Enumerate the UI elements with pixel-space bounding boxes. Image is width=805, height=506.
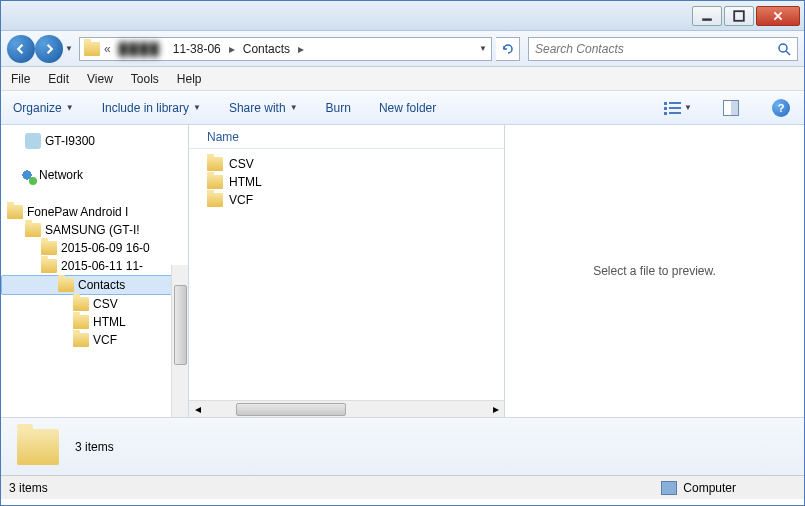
list-item[interactable]: HTML	[207, 173, 486, 191]
folder-icon	[41, 259, 57, 273]
breadcrumb-part2[interactable]: Contacts	[239, 42, 294, 56]
tree-item-contacts[interactable]: Contacts	[1, 275, 188, 295]
folder-icon	[7, 205, 23, 219]
window-controls	[692, 6, 800, 26]
network-icon	[19, 167, 35, 183]
tree-label: GT-I9300	[45, 134, 95, 148]
tree-label: HTML	[93, 315, 126, 329]
chevron-down-icon: ▼	[66, 103, 74, 112]
folder-icon	[58, 278, 74, 292]
scroll-left-icon[interactable]: ◂	[189, 402, 206, 416]
svg-rect-5	[669, 102, 681, 104]
close-button[interactable]	[756, 6, 800, 26]
pane-icon	[723, 100, 739, 116]
back-button[interactable]	[7, 35, 35, 63]
maximize-button[interactable]	[724, 6, 754, 26]
computer-icon	[661, 481, 677, 495]
details-item-count: 3 items	[75, 440, 114, 454]
tree-item-device[interactable]: GT-I9300	[1, 131, 188, 151]
share-label: Share with	[229, 101, 286, 115]
scrollbar-thumb[interactable]	[174, 285, 187, 365]
folder-icon	[73, 333, 89, 347]
tree-label: Contacts	[78, 278, 125, 292]
forward-button[interactable]	[35, 35, 63, 63]
folder-icon	[207, 157, 223, 171]
preview-placeholder-text: Select a file to preview.	[593, 264, 716, 278]
file-list-pane[interactable]: Name CSV HTML VCF ◂ ▸	[189, 125, 504, 417]
details-pane: 3 items	[1, 417, 804, 475]
view-icon	[664, 101, 682, 115]
file-name: HTML	[229, 175, 262, 189]
help-icon: ?	[772, 99, 790, 117]
breadcrumb-part1[interactable]: 11-38-06	[169, 42, 225, 56]
refresh-button[interactable]	[496, 37, 520, 61]
status-location: Computer	[661, 481, 736, 495]
navigation-tree[interactable]: GT-I9300 Network FonePaw Android I SAMSU…	[1, 125, 189, 417]
minimize-button[interactable]	[692, 6, 722, 26]
svg-rect-8	[664, 112, 667, 115]
include-label: Include in library	[102, 101, 189, 115]
new-folder-button[interactable]: New folder	[379, 101, 436, 115]
navigation-bar: ▼ « ████ 11-38-06 ▸ Contacts ▸ ▼	[1, 31, 804, 67]
svg-rect-6	[664, 107, 667, 110]
svg-rect-4	[664, 102, 667, 105]
menu-file[interactable]: File	[11, 72, 30, 86]
folder-icon	[41, 241, 57, 255]
status-location-label: Computer	[683, 481, 736, 495]
column-header-name[interactable]: Name	[189, 125, 504, 149]
organize-button[interactable]: Organize▼	[13, 101, 74, 115]
tree-item-date1[interactable]: 2015-06-09 16-0	[1, 239, 188, 257]
tree-item-vcf[interactable]: VCF	[1, 331, 188, 349]
search-input[interactable]	[535, 42, 777, 56]
preview-pane-toggle[interactable]	[720, 97, 742, 119]
svg-rect-9	[669, 112, 681, 114]
nav-history-dropdown[interactable]: ▼	[63, 35, 75, 63]
svg-rect-7	[669, 107, 681, 109]
tree-item-network[interactable]: Network	[1, 165, 188, 185]
burn-button[interactable]: Burn	[326, 101, 351, 115]
tree-scrollbar[interactable]	[171, 265, 188, 417]
tree-label: 2015-06-09 16-0	[61, 241, 150, 255]
folder-icon	[84, 42, 100, 56]
tree-label: Network	[39, 168, 83, 182]
command-bar: Organize▼ Include in library▼ Share with…	[1, 91, 804, 125]
file-list-hscrollbar[interactable]: ◂ ▸	[189, 400, 504, 417]
view-options-button[interactable]: ▼	[664, 101, 692, 115]
content-area: GT-I9300 Network FonePaw Android I SAMSU…	[1, 125, 804, 417]
tree-item-csv[interactable]: CSV	[1, 295, 188, 313]
search-icon	[777, 42, 791, 56]
menu-tools[interactable]: Tools	[131, 72, 159, 86]
preview-pane: Select a file to preview.	[504, 125, 804, 417]
svg-rect-1	[734, 11, 744, 21]
breadcrumb-chevron: «	[104, 42, 111, 56]
tree-label: VCF	[93, 333, 117, 347]
scroll-right-icon[interactable]: ▸	[487, 402, 504, 416]
address-bar[interactable]: « ████ 11-38-06 ▸ Contacts ▸ ▼	[79, 37, 492, 61]
help-button[interactable]: ?	[770, 97, 792, 119]
file-name: VCF	[229, 193, 253, 207]
list-item[interactable]: VCF	[207, 191, 486, 209]
search-box[interactable]	[528, 37, 798, 61]
list-item[interactable]: CSV	[207, 155, 486, 173]
include-in-library-button[interactable]: Include in library▼	[102, 101, 201, 115]
folder-icon	[25, 223, 41, 237]
menu-help[interactable]: Help	[177, 72, 202, 86]
folder-icon	[73, 315, 89, 329]
folder-icon	[207, 175, 223, 189]
tree-item-date2[interactable]: 2015-06-11 11-	[1, 257, 188, 275]
menu-view[interactable]: View	[87, 72, 113, 86]
tree-item-html[interactable]: HTML	[1, 313, 188, 331]
share-with-button[interactable]: Share with▼	[229, 101, 298, 115]
address-dropdown-icon[interactable]: ▼	[479, 44, 487, 53]
tree-item-samsung[interactable]: SAMSUNG (GT-I!	[1, 221, 188, 239]
chevron-down-icon: ▼	[193, 103, 201, 112]
tree-label: FonePaw Android I	[27, 205, 128, 219]
scrollbar-thumb[interactable]	[236, 403, 346, 416]
menu-edit[interactable]: Edit	[48, 72, 69, 86]
tree-label: CSV	[93, 297, 118, 311]
tree-item-fonepaw[interactable]: FonePaw Android I	[1, 203, 188, 221]
breadcrumb-blurred: ████	[115, 42, 165, 56]
status-item-count: 3 items	[9, 481, 48, 495]
file-name: CSV	[229, 157, 254, 171]
folder-icon	[207, 193, 223, 207]
